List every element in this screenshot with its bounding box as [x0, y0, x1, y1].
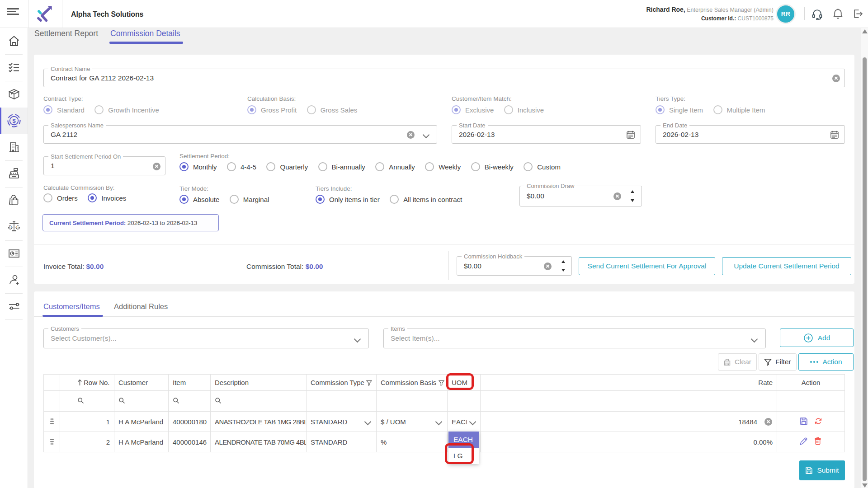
svg-text:D: D: [9, 225, 12, 229]
svg-text:C: C: [16, 225, 19, 229]
svg-text:$: $: [12, 117, 16, 124]
